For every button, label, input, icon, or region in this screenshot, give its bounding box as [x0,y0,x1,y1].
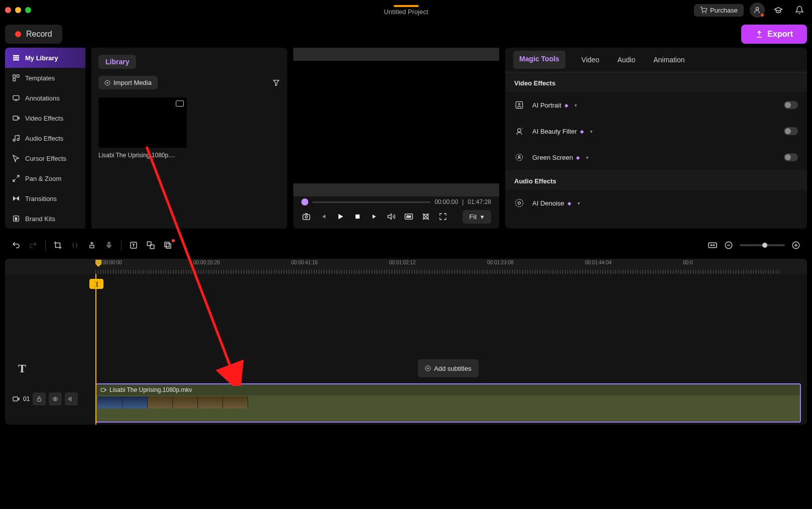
text-track-icon[interactable]: T [12,358,32,378]
text-button[interactable] [129,240,139,250]
account-button[interactable] [750,3,765,18]
split-handle[interactable]: ]​[ [89,279,103,289]
snapshot-button[interactable] [301,212,311,222]
sidebar-item-brand-kits[interactable]: B Brand Kits [5,209,85,229]
premium-icon: ◆ [580,129,584,134]
sidebar-item-cursor-effects[interactable]: Cursor Effects [5,148,85,168]
voiceover-button[interactable] [104,240,114,250]
notifications-button[interactable] [792,3,807,18]
export-button[interactable]: Export [741,25,807,44]
minimize-window[interactable] [15,7,21,13]
tab-animation[interactable]: Animation [651,51,686,69]
zoom-in-button[interactable] [791,240,801,250]
effect-ai-portrait[interactable]: AI Portrait◆▾ [505,92,807,118]
svg-rect-6 [13,75,16,77]
stop-button[interactable] [353,212,363,222]
sidebar-item-templates[interactable]: Templates [5,68,85,88]
chevron-down-icon: ▾ [577,200,580,206]
export-icon [755,30,763,38]
plus-circle-icon [425,365,431,371]
effect-ai-beauty[interactable]: AI Beauty Filter◆▾ [505,118,807,144]
svg-point-24 [518,156,520,157]
transitions-icon [12,194,20,202]
media-thumbnail[interactable] [98,97,187,148]
svg-rect-8 [13,78,16,81]
record-tool-button[interactable] [163,240,173,250]
ruler-time: 00:01:02:12 [389,260,416,265]
video-clip[interactable]: Lisabi The Uprising.1080p.mkv [95,383,801,423]
tab-audio[interactable]: Audio [615,51,637,69]
zoom-out-button[interactable] [724,240,734,250]
cursor-fx-icon [12,154,20,162]
crop-icon [421,212,430,221]
purchase-button[interactable]: Purchase [694,4,744,17]
timeline-ruler[interactable]: 00:00:00:00 00:00:20:20 00:00:41:16 00:0… [5,259,807,274]
effect-toggle[interactable] [784,153,798,161]
crop-button[interactable] [421,212,431,222]
svg-rect-7 [17,75,19,77]
lock-icon [36,396,42,402]
import-media-button[interactable]: Import Media [98,76,158,89]
crop-tool-button[interactable] [53,240,63,250]
svg-rect-14 [303,215,310,220]
effect-toggle[interactable] [784,127,798,135]
fit-label: Fit [470,213,477,221]
eye-icon [52,396,59,402]
subtitle-track[interactable]: Add subtitles [95,359,801,377]
preview-viewport[interactable] [293,48,499,196]
group-icon [146,241,155,250]
sidebar-item-pan-zoom[interactable]: Pan & Zoom [5,168,85,188]
sidebar-item-audio-effects[interactable]: Audio Effects [5,128,85,148]
add-subtitles-button[interactable]: Add subtitles [418,359,478,377]
scrub-track[interactable] [312,201,430,203]
sidebar-item-transitions[interactable]: Transitions [5,188,85,209]
aspect-button[interactable]: 16:9 [404,212,414,222]
media-item[interactable]: Lisabi The Uprising.1080p.... [98,97,280,159]
record-button[interactable]: Record [5,25,62,44]
tutorials-button[interactable] [771,3,786,18]
track-visibility-button[interactable] [49,392,62,405]
record-label: Record [26,30,52,39]
zoom-slider[interactable] [740,244,785,246]
marker-button[interactable] [87,240,97,250]
next-frame-button[interactable] [370,212,380,222]
window-controls[interactable] [5,7,31,13]
maximize-window[interactable] [25,7,31,13]
playhead-line[interactable] [95,274,96,425]
volume-button[interactable] [387,212,397,222]
filter-button[interactable] [272,79,280,87]
plus-icon [104,80,110,86]
play-button[interactable] [335,212,345,222]
library-tab[interactable]: Library [98,55,136,69]
tab-magic-tools[interactable]: Magic Tools [513,51,565,69]
track-mute-button[interactable] [65,392,78,405]
sidebar-item-my-library[interactable]: My Library [5,48,85,68]
undo-button[interactable] [11,240,21,250]
sidebar-item-annotations[interactable]: Annotations [5,88,85,108]
timeline: 00:00:00:00 00:00:20:20 00:00:41:16 00:0… [5,259,807,425]
graduation-icon [774,6,783,15]
next-icon [371,213,378,220]
prev-frame-button[interactable] [318,212,328,222]
stop-icon [354,213,361,220]
redo-button[interactable] [28,240,38,250]
track-lock-button[interactable] [33,392,46,405]
beauty-icon [514,126,524,136]
properties-panel: Magic Tools Video Audio Animation Video … [505,48,807,229]
ruler-time: 00:00:20:20 [193,260,220,265]
zoom-in-icon [791,241,800,250]
close-window[interactable] [5,7,11,13]
effect-ai-denoise[interactable]: AI Denoise◆▾ [505,190,807,216]
sidebar-label: Audio Effects [25,135,63,142]
library-panel: Library Import Media Lisabi The Uprising… [91,48,287,229]
add-subs-label: Add subtitles [434,365,471,372]
sidebar-item-video-effects[interactable]: Video Effects [5,108,85,128]
fit-timeline-button[interactable] [708,240,718,250]
effect-toggle[interactable] [784,101,798,109]
fit-selector[interactable]: Fit ▾ [462,210,491,224]
split-button[interactable] [70,240,80,250]
group-button[interactable] [146,240,156,250]
effect-green-screen[interactable]: Green Screen◆▾ [505,144,807,170]
fullscreen-button[interactable] [438,212,448,222]
tab-video[interactable]: Video [579,51,602,69]
